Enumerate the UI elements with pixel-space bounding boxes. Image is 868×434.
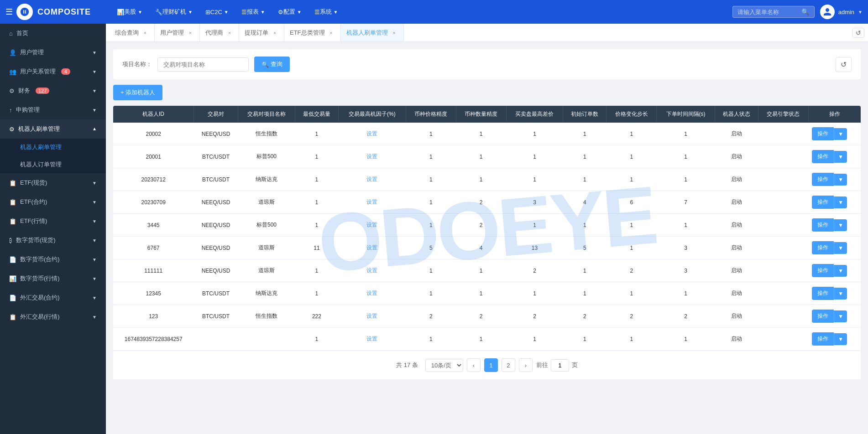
cell-pair: NEEQ/USD <box>193 259 238 282</box>
operation-button[interactable]: 操作 <box>812 196 834 209</box>
prev-page-btn[interactable]: ‹ <box>467 358 481 372</box>
per-page-select[interactable]: 10条/页 <box>425 359 463 372</box>
operation-button[interactable]: 操作 <box>812 150 834 163</box>
robot-table: 机器人ID 交易对 交易对项目名称 最低交易量 交易最高机因子(%) 币种价格精… <box>113 106 861 351</box>
page-btn-2[interactable]: 2 <box>502 358 515 372</box>
operation-button[interactable]: 操作 <box>812 241 834 254</box>
action-bar: + 添加机器人 <box>113 85 861 100</box>
etf-futures-icon: 📋 <box>9 199 16 206</box>
cell-status: 启动 <box>715 191 758 214</box>
sidebar-item-apply[interactable]: ↑ 申购管理 ▼ <box>0 100 106 119</box>
cell-max-factor[interactable]: 设置 <box>338 282 406 305</box>
nav-c2c[interactable]: ⊞ C2C ▼ <box>200 6 234 18</box>
cell-price-step: 1 <box>607 328 657 351</box>
cell-init-orders: 1 <box>563 214 607 237</box>
operation-button[interactable]: 操作 <box>812 287 834 300</box>
operation-dropdown-button[interactable]: ▼ <box>834 333 847 345</box>
tab-close-icon[interactable]: × <box>328 29 335 36</box>
user-area[interactable]: admin ▼ <box>820 5 863 19</box>
cell-status: 启动 <box>715 305 758 328</box>
tab-comprehensive[interactable]: 综合查询 × <box>110 24 155 41</box>
op-btn-group: 操作 ▼ <box>812 241 857 254</box>
sidebar-item-robot[interactable]: ⚙ 机器人刷单管理 ▼ <box>0 119 106 139</box>
cell-engine-status <box>758 191 808 214</box>
operation-dropdown-button[interactable]: ▼ <box>834 196 847 208</box>
cell-max-factor[interactable]: 设置 <box>338 191 406 214</box>
sidebar-label: 财务 <box>18 87 30 95</box>
cell-max-factor[interactable]: 设置 <box>338 123 406 145</box>
sidebar-item-etf-spot[interactable]: 📋 ETF(现货) ▼ <box>0 173 106 192</box>
sidebar-item-user-mgmt[interactable]: 👤 用户管理 ▼ <box>0 43 106 62</box>
search-input[interactable] <box>737 9 801 16</box>
operation-button[interactable]: 操作 <box>812 332 834 346</box>
nav-system[interactable]: ☰ 系统 ▼ <box>309 5 344 19</box>
pagination: 共 17 条 10条/页 ‹ 1 2 › 前往 页 <box>113 351 861 379</box>
cell-qty-prec: 4 <box>456 237 506 259</box>
col-price-step: 价格变化步长 <box>607 106 657 123</box>
nav-mining[interactable]: 🔧 理财矿机 ▼ <box>150 5 198 19</box>
sidebar-item-etf-futures[interactable]: 📋 ETF(合约) ▼ <box>0 192 106 212</box>
table-row: 12345 BTC/USDT 纳斯达克 1 设置 1 1 1 1 1 1 启动 … <box>113 282 861 305</box>
nav-search[interactable]: 🔍 <box>732 6 815 18</box>
operation-dropdown-button[interactable]: ▼ <box>834 288 847 300</box>
operation-button[interactable]: 操作 <box>812 218 834 232</box>
operation-dropdown-button[interactable]: ▼ <box>834 128 847 140</box>
cell-max-factor[interactable]: 设置 <box>338 259 406 282</box>
operation-dropdown-button[interactable]: ▼ <box>834 242 847 254</box>
tab-close-icon[interactable]: × <box>141 29 149 36</box>
refresh-button[interactable]: ↺ <box>836 57 852 72</box>
tab-close-icon[interactable]: × <box>391 29 398 36</box>
refresh-tabs-icon[interactable]: ↺ <box>852 28 864 38</box>
tab-user-manage[interactable]: 用户管理 × <box>155 24 200 41</box>
search-input[interactable] <box>157 57 249 72</box>
nav-stocks[interactable]: 📊 美股 ▼ <box>111 5 148 19</box>
sidebar-item-user-rel[interactable]: 👥 用户关系管理 4 ▼ <box>0 62 106 81</box>
operation-button[interactable]: 操作 <box>812 173 834 186</box>
tab-agent[interactable]: 代理商 × <box>200 24 239 41</box>
sidebar-item-crypto-spot[interactable]: ₿ 数字货币(现货) ▼ <box>0 231 106 250</box>
search-icon[interactable]: 🔍 <box>801 8 809 16</box>
cell-max-factor[interactable]: 设置 <box>338 237 406 259</box>
cell-max-factor[interactable]: 设置 <box>338 305 406 328</box>
search-button[interactable]: 🔍 查询 <box>254 57 290 72</box>
nav-config[interactable]: ⚙ 配置 ▼ <box>272 5 307 19</box>
add-robot-button[interactable]: + 添加机器人 <box>113 85 162 100</box>
operation-button[interactable]: 操作 <box>812 264 834 277</box>
sidebar-sub-robot-order[interactable]: 机器人刷单管理 <box>0 139 106 156</box>
sidebar-item-finance[interactable]: ⚙ 财务 127 ▼ <box>0 81 106 100</box>
tab-etf-manage[interactable]: ETF总类管理 × <box>284 24 341 41</box>
sidebar-item-forex-market[interactable]: 📋 外汇交易(行情) ▼ <box>0 307 106 326</box>
tab-robot-manage[interactable]: 机器人刷单管理 × <box>341 24 404 41</box>
operation-dropdown-button[interactable]: ▼ <box>834 151 847 163</box>
sidebar-item-forex-futures[interactable]: 📄 外汇交易(合约) ▼ <box>0 288 106 307</box>
operation-dropdown-button[interactable]: ▼ <box>834 174 847 186</box>
page-jump-input[interactable] <box>551 359 569 372</box>
chevron-icon: ▼ <box>92 50 97 55</box>
cell-max-factor[interactable]: 设置 <box>338 328 406 351</box>
operation-dropdown-button[interactable]: ▼ <box>834 310 847 322</box>
tab-withdraw[interactable]: 提现订单 × <box>239 24 284 41</box>
tab-close-icon[interactable]: × <box>226 29 233 36</box>
layout: ⌂ 首页 👤 用户管理 ▼ 👥 用户关系管理 4 ▼ ⚙ 财务 127 <box>0 24 868 434</box>
sidebar-item-etf-market[interactable]: 📋 ETF(行情) ▼ <box>0 212 106 231</box>
cell-max-factor[interactable]: 设置 <box>338 168 406 191</box>
next-page-btn[interactable]: › <box>519 358 533 372</box>
operation-button[interactable]: 操作 <box>812 127 834 140</box>
cell-max-factor[interactable]: 设置 <box>338 145 406 168</box>
operation-dropdown-button[interactable]: ▼ <box>834 265 847 277</box>
sidebar-item-crypto-market[interactable]: 📊 数字货币(行情) ▼ <box>0 269 106 288</box>
page-btn-1[interactable]: 1 <box>484 358 498 372</box>
tab-close-icon[interactable]: × <box>271 29 278 36</box>
hamburger-icon[interactable]: ☰ <box>5 7 13 17</box>
sidebar-item-crypto-futures[interactable]: 📄 数字货币(合约) ▼ <box>0 250 106 269</box>
cell-interval: 1 <box>657 168 715 191</box>
sidebar-sub-robot-bill[interactable]: 机器人订单管理 <box>0 156 106 173</box>
nav-reports[interactable]: ☰ 报表 ▼ <box>236 5 271 19</box>
sidebar-label: 外汇交易(行情) <box>20 313 60 321</box>
operation-dropdown-button[interactable]: ▼ <box>834 219 847 231</box>
sidebar-item-home[interactable]: ⌂ 首页 <box>0 24 106 43</box>
cell-max-factor[interactable]: 设置 <box>338 214 406 237</box>
operation-button[interactable]: 操作 <box>812 310 834 323</box>
logo-icon <box>16 4 33 20</box>
tab-close-icon[interactable]: × <box>187 29 194 36</box>
